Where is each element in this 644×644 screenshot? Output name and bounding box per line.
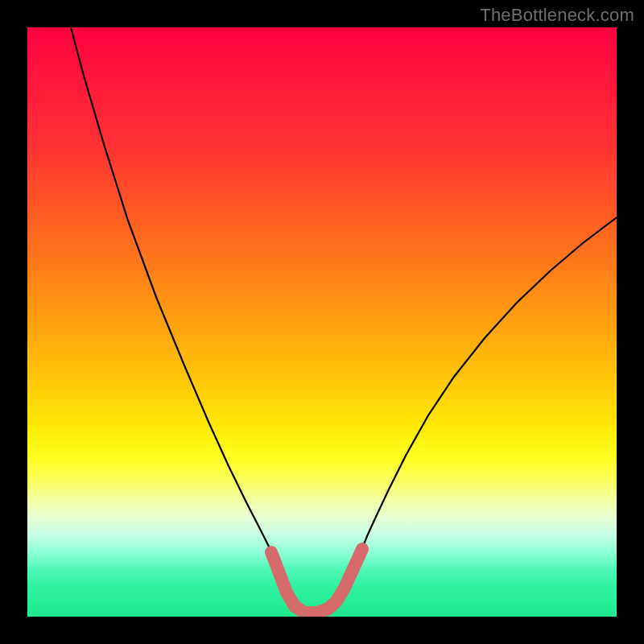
marker-path <box>271 549 362 613</box>
marker-group <box>271 549 362 613</box>
plot-area <box>27 27 617 617</box>
bottleneck-curve <box>71 27 617 613</box>
watermark-text: TheBottleneck.com <box>480 5 634 26</box>
chart-svg <box>27 27 617 617</box>
chart-frame: TheBottleneck.com <box>0 0 644 644</box>
